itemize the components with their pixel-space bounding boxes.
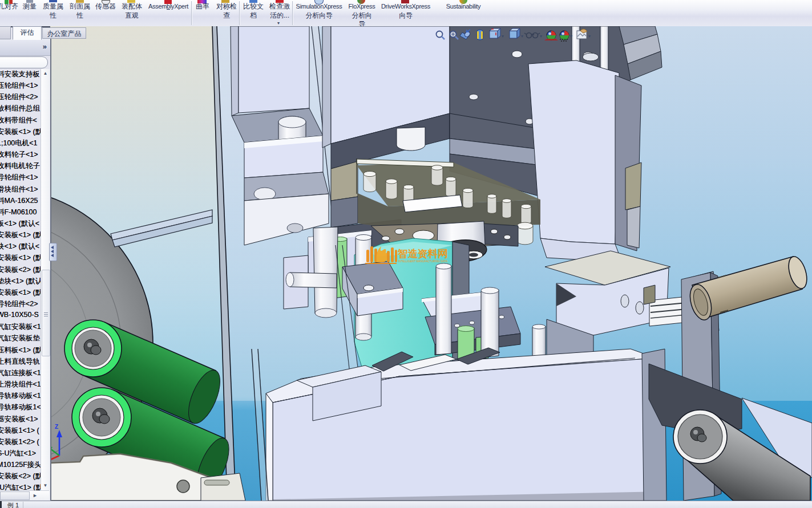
svg-text:▾: ▾ <box>570 34 572 39</box>
svg-text:智造资料网: 智造资料网 <box>397 248 448 259</box>
svg-text:Z: Z <box>55 424 58 430</box>
svg-text:▾: ▾ <box>540 34 542 39</box>
svg-text:▾: ▾ <box>502 34 504 39</box>
svg-text:INTELLIGENT MANUFACTURING DATA: INTELLIGENT MANUFACTURING DATA <box>398 260 448 263</box>
svg-text:▾: ▾ <box>521 34 523 39</box>
svg-text:▾: ▾ <box>588 34 591 39</box>
